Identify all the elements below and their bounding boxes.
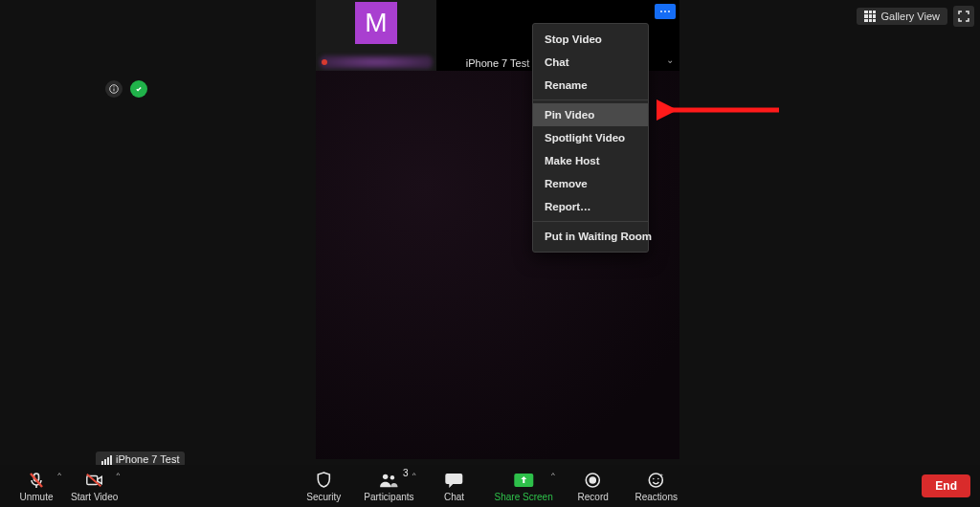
svg-rect-7: [107, 457, 109, 465]
unmute-label: Unmute: [19, 492, 53, 502]
security-label: Security: [306, 492, 341, 502]
record-icon: [584, 471, 603, 490]
menu-chat[interactable]: Chat: [533, 51, 648, 74]
meeting-info-button[interactable]: [105, 80, 122, 98]
gallery-view-button[interactable]: Gallery View: [857, 8, 947, 25]
reactions-icon: +: [647, 471, 666, 490]
reactions-label: Reactions: [635, 492, 677, 502]
menu-stop-video[interactable]: Stop Video: [533, 28, 648, 51]
thumbnail-name-blurred: [320, 55, 433, 69]
svg-point-14: [383, 474, 388, 478]
fullscreen-button[interactable]: [953, 6, 974, 27]
svg-rect-6: [104, 459, 106, 465]
participant-tooltip-name: iPhone 7 Test: [116, 453, 179, 465]
more-options-button[interactable]: ⋯: [655, 4, 676, 19]
share-screen-label: Share Screen: [495, 492, 553, 502]
grid-icon: [864, 11, 876, 22]
svg-rect-12: [86, 475, 97, 484]
menu-separator: [533, 99, 648, 100]
share-screen-button[interactable]: Share Screen ^: [491, 469, 557, 504]
svg-point-3: [113, 86, 114, 87]
menu-put-in-waiting-room[interactable]: Put in Waiting Room: [533, 225, 648, 248]
menu-make-host[interactable]: Make Host: [533, 149, 648, 172]
svg-rect-5: [101, 461, 103, 465]
people-icon: [379, 471, 398, 490]
end-meeting-button[interactable]: End: [922, 474, 970, 497]
participants-label: Participants: [364, 492, 413, 502]
menu-spotlight-video[interactable]: Spotlight Video: [533, 126, 648, 149]
chevron-down-icon: ⌄: [666, 55, 674, 65]
avatar: M: [355, 2, 397, 44]
muted-mic-icon: [320, 57, 329, 67]
meeting-toolbar: Unmute ^ Start Video ^ Security 3 Partic…: [0, 465, 980, 507]
shield-icon: [314, 471, 333, 490]
menu-report[interactable]: Report…: [533, 195, 648, 218]
svg-point-0: [322, 59, 327, 65]
chat-label: Chat: [444, 492, 464, 502]
reactions-button[interactable]: + Reactions: [630, 469, 683, 504]
video-off-icon: [85, 471, 104, 490]
participants-count: 3: [403, 468, 409, 478]
shield-check-icon: [134, 84, 144, 94]
participant-context-menu: Stop Video Chat Rename Pin Video Spotlig…: [532, 23, 649, 253]
svg-point-15: [390, 475, 394, 479]
security-button[interactable]: Security: [297, 469, 350, 504]
thumbnail-participant-1[interactable]: M: [316, 0, 436, 71]
participants-button[interactable]: 3 Participants ^: [360, 469, 417, 504]
menu-separator: [533, 221, 648, 222]
start-video-label: Start Video: [71, 492, 118, 502]
chevron-up-icon[interactable]: ^: [117, 471, 121, 479]
avatar-letter: M: [365, 8, 387, 38]
chevron-up-icon[interactable]: ^: [551, 471, 555, 479]
menu-pin-video[interactable]: Pin Video: [533, 103, 648, 126]
chat-icon: [445, 471, 464, 490]
menu-rename[interactable]: Rename: [533, 74, 648, 97]
svg-point-20: [657, 477, 659, 479]
mic-muted-icon: [27, 471, 46, 490]
signal-icon: [101, 454, 112, 465]
svg-point-17: [590, 477, 596, 483]
info-icon: [109, 84, 119, 94]
share-screen-icon: [514, 471, 533, 490]
svg-point-19: [653, 477, 655, 479]
menu-remove[interactable]: Remove: [533, 172, 648, 195]
gallery-view-label: Gallery View: [880, 11, 940, 22]
unmute-button[interactable]: Unmute ^: [10, 469, 63, 504]
chat-button[interactable]: Chat: [428, 469, 481, 504]
chevron-up-icon[interactable]: ^: [57, 471, 61, 479]
svg-text:+: +: [660, 472, 664, 477]
record-label: Record: [578, 492, 609, 502]
start-video-button[interactable]: Start Video ^: [67, 469, 122, 504]
fullscreen-icon: [958, 11, 969, 22]
svg-rect-8: [110, 455, 112, 465]
chevron-up-icon[interactable]: ^: [412, 471, 416, 479]
record-button[interactable]: Record: [567, 469, 620, 504]
encryption-button[interactable]: [130, 80, 147, 98]
